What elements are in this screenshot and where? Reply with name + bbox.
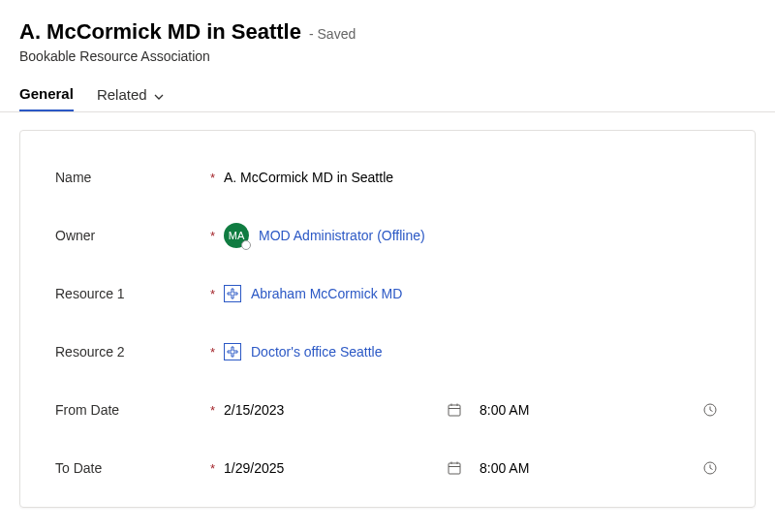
field-name-label: Name [55,170,210,185]
required-marker: * [210,461,224,476]
from-time-value[interactable]: 8:00 AM [480,402,691,418]
svg-rect-0 [449,405,460,416]
required-marker: * [210,171,224,185]
tab-general[interactable]: General [19,85,74,111]
owner-avatar: MA [224,223,249,248]
field-name[interactable]: Name * A. McCormick MD in Seattle [55,148,726,206]
field-to-date[interactable]: To Date * 1/29/2025 8:00 AM [55,439,726,497]
field-resource-1-label: Resource 1 [55,286,210,301]
presence-offline-icon [241,240,251,250]
required-marker: * [210,287,224,301]
resource-icon [224,343,241,360]
to-date-value[interactable]: 1/29/2025 [224,460,435,476]
record-title: A. McCormick MD in Seattle [19,19,301,45]
form-tabs: General Related [19,85,756,111]
field-owner-label: Owner [55,228,210,243]
calendar-icon[interactable] [445,400,464,420]
saved-status: - Saved [309,26,356,42]
avatar-initials: MA [229,230,245,241]
resource-icon [224,285,241,302]
required-marker: * [210,229,224,243]
required-marker: * [210,403,224,418]
to-time-value[interactable]: 8:00 AM [480,460,691,476]
general-section: Name * A. McCormick MD in Seattle Owner … [19,130,756,508]
resource-2-link[interactable]: Doctor's office Seattle [251,344,382,360]
tab-related-label: Related [97,86,147,103]
field-resource-2[interactable]: Resource 2 * Doctor's office Seattle [55,323,726,381]
field-name-value: A. McCormick MD in Seattle [224,170,393,185]
owner-link[interactable]: MOD Administrator (Offline) [259,228,425,243]
field-owner[interactable]: Owner * MA MOD Administrator (Offline) [55,206,726,265]
tab-related[interactable]: Related [97,86,165,110]
clock-icon[interactable] [700,458,720,478]
field-from-date[interactable]: From Date * 2/15/2023 8:00 AM [55,381,726,439]
svg-rect-5 [449,463,460,474]
calendar-icon[interactable] [445,458,464,478]
field-resource-1[interactable]: Resource 1 * Abraham McCormick MD [55,265,726,323]
clock-icon[interactable] [700,400,720,420]
resource-1-link[interactable]: Abraham McCormick MD [251,286,402,301]
entity-subtitle: Bookable Resource Association [19,48,756,64]
required-marker: * [210,345,224,360]
field-to-date-label: To Date [55,460,210,476]
from-date-value[interactable]: 2/15/2023 [224,402,435,418]
chevron-down-icon [153,89,165,101]
field-resource-2-label: Resource 2 [55,344,210,360]
field-from-date-label: From Date [55,402,210,418]
tab-divider [0,111,775,112]
